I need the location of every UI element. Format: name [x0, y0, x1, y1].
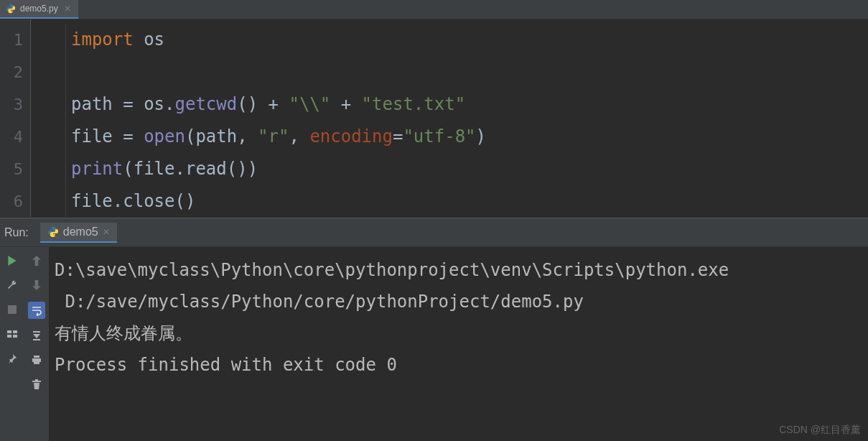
code-token: os — [134, 29, 164, 50]
run-panel-header: Run: demo5 ✕ — [0, 218, 868, 247]
code-token: "\\" — [289, 94, 330, 114]
code-token: (path, — [185, 126, 258, 147]
line-number: 2 — [0, 56, 23, 88]
code-token: print — [71, 159, 123, 179]
run-tab-demo5[interactable]: demo5 ✕ — [40, 223, 117, 243]
run-tool-column-secondary — [24, 247, 49, 441]
trash-icon[interactable] — [29, 376, 45, 392]
pin-icon[interactable] — [4, 351, 20, 366]
stop-button[interactable] — [4, 302, 20, 317]
code-token: = — [393, 126, 403, 147]
run-button[interactable] — [4, 253, 20, 269]
indent-guide — [65, 24, 66, 217]
code-token: , — [289, 126, 309, 147]
code-token: encoding — [309, 126, 393, 147]
code-token: "utf-8" — [403, 126, 475, 147]
console-output[interactable]: D:\save\myclass\Python\core\pythonprojec… — [49, 247, 868, 441]
editor-area: 1 2 3 4 5 6 import os path = os.getcwd()… — [0, 19, 868, 217]
line-gutter: 1 2 3 4 5 6 — [0, 19, 30, 217]
run-panel: Run: demo5 ✕ — [0, 218, 868, 441]
watermark: CSDN @红目香薰 — [779, 424, 861, 437]
line-number: 5 — [0, 153, 23, 185]
console-line: D:\save\myclass\Python\core\pythonprojec… — [55, 254, 865, 286]
print-icon[interactable] — [29, 352, 45, 368]
editor-tab-bar: demo5.py ✕ — [0, 0, 868, 19]
svg-rect-2 — [13, 330, 17, 333]
svg-rect-4 — [13, 335, 17, 338]
code-token: file = — [71, 126, 144, 147]
run-tab-name: demo5 — [63, 226, 98, 238]
code-token: + — [330, 94, 361, 114]
svg-rect-0 — [8, 305, 17, 314]
close-icon[interactable]: ✕ — [64, 4, 71, 14]
layout-icon[interactable] — [4, 326, 20, 342]
arrow-up-icon[interactable] — [29, 253, 45, 269]
line-number: 3 — [0, 88, 23, 121]
code-token: () + — [237, 94, 289, 114]
code-token: "test.txt" — [362, 94, 466, 114]
editor-tab-demo5[interactable]: demo5.py ✕ — [0, 0, 78, 19]
line-number: 6 — [0, 185, 23, 218]
code-token: open — [144, 126, 185, 147]
run-tool-column-primary — [0, 247, 24, 441]
code-token: (file.read()) — [123, 159, 258, 179]
close-icon[interactable]: ✕ — [103, 227, 110, 237]
tab-filename: demo5.py — [20, 4, 58, 14]
python-file-icon — [6, 4, 16, 14]
code-token: file.close() — [71, 191, 195, 211]
run-body: D:\save\myclass\Python\core\pythonprojec… — [0, 247, 868, 441]
python-file-icon — [47, 226, 59, 238]
code-token: getcwd — [175, 94, 238, 114]
svg-rect-3 — [7, 335, 11, 338]
scroll-to-end-icon[interactable] — [29, 328, 45, 343]
console-line: D:/save/myclass/Python/core/pythonProjec… — [55, 286, 865, 317]
run-label: Run: — [4, 226, 29, 239]
line-number: 1 — [0, 24, 23, 56]
code-token: import — [71, 29, 134, 50]
arrow-down-icon[interactable] — [29, 277, 45, 293]
code-area[interactable]: import os path = os.getcwd() + "\\" + "t… — [30, 19, 868, 217]
wrench-icon[interactable] — [4, 277, 20, 293]
code-token: "r" — [258, 126, 289, 147]
line-number: 4 — [0, 121, 23, 153]
code-token: ) — [476, 126, 486, 147]
console-line: Process finished with exit code 0 — [55, 349, 865, 381]
console-line: 有情人终成眷属。 — [55, 317, 865, 349]
svg-rect-1 — [7, 330, 11, 333]
soft-wrap-icon[interactable] — [28, 302, 45, 319]
code-token: path = os. — [71, 94, 175, 114]
